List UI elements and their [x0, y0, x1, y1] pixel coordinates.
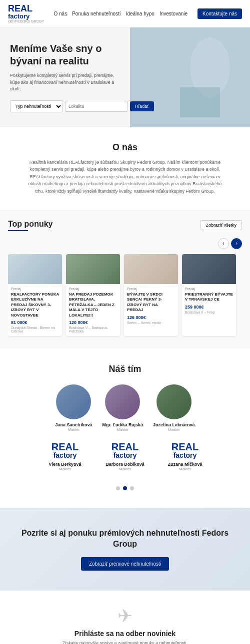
listing-price-3: 126 000€	[127, 315, 175, 320]
logo-member-2: REAL factory Barbora Dobiková Maklér	[98, 442, 152, 471]
hero-content: Meníme Vaše sny o bývaní na realitu Posk…	[0, 27, 130, 122]
member-role-3: Maklér	[153, 427, 195, 432]
logo-member-name-1: Viera Berkyová	[38, 462, 92, 467]
team-grid-row1: Jana Sanetríková Maklér Mgr. Ľudika Rajs…	[10, 384, 240, 432]
logo-member-name-3: Zuzana Mičková	[158, 462, 212, 467]
listing-image-3	[124, 254, 178, 284]
logo-sub: člen FEDORS GROUP	[8, 19, 44, 23]
logo-member-name-2: Barbora Dobiková	[98, 462, 152, 467]
member-name-3: Jozefína Laknárová	[153, 422, 195, 427]
listing-image-4	[182, 254, 236, 284]
hero-search-bar: Typ nehnuteľnosti Hľadať	[10, 100, 120, 112]
dot-2[interactable]	[123, 486, 127, 490]
logo-box-3: REAL factory	[172, 442, 198, 459]
avatar-img-1	[56, 384, 91, 419]
member-role-1: Maklér	[55, 427, 92, 432]
nav-invest[interactable]: Investovanie	[160, 11, 188, 16]
logo-factory: factory	[8, 13, 44, 19]
avatar-1	[56, 384, 91, 419]
listing-card-2[interactable]: Predaj NA PREDAJ POZEMOK BRATISLAVA, PET…	[66, 254, 120, 336]
listing-body-1: Predaj REALFACTORY PONÚKA EXKLUZÍVNE NA …	[8, 284, 62, 336]
listing-tag-4: Predaj	[185, 287, 233, 291]
logo: REAL factory člen FEDORS GROUP	[8, 4, 44, 23]
avatar-img-2	[105, 384, 140, 419]
logo-box-1: REAL factory	[52, 442, 78, 459]
carousel-dots	[10, 481, 240, 493]
logo-real-2: REAL	[112, 442, 138, 452]
logo-member-role-2: Maklér	[98, 467, 152, 471]
next-arrow[interactable]: ›	[231, 238, 242, 249]
team-section: Náš tím Jana Sanetríková Maklér Mgr. Ľud…	[0, 349, 250, 508]
team-member-1: Jana Sanetríková Maklér	[55, 384, 92, 432]
nav-hypo[interactable]: Ideálna hypo	[126, 11, 154, 16]
listing-location-2: Bratislava V – Bratislava-Petržalka	[69, 326, 117, 333]
nav-links: O nás Ponuka nehnuteľností Ideálna hypo …	[54, 8, 242, 19]
avatar-2	[105, 384, 140, 419]
newsletter-plane-icon: ✈	[10, 606, 240, 627]
logo-member-role-1: Maklér	[38, 467, 92, 471]
listing-card-3[interactable]: Predaj BÝVAJTE V SRDCI SENCA! PEKNÝ 3-IZ…	[124, 254, 178, 336]
property-type-select[interactable]: Typ nehnuteľnosti	[10, 100, 63, 112]
listing-body-4: Predaj PRIESTRANNÝ BÝVAJTE V TRNAVSKEJ C…	[182, 284, 236, 317]
logo-member-role-3: Maklér	[158, 467, 212, 471]
navbar: REAL factory člen FEDORS GROUP O nás Pon…	[0, 0, 250, 27]
newsletter-section: ✈ Prihláste sa na odber noviniek Získajt…	[0, 591, 250, 644]
newsletter-title: Prihláste sa na odber noviniek	[10, 630, 240, 638]
avatar-img-3	[156, 384, 192, 419]
search-button[interactable]: Hľadať	[130, 101, 154, 111]
listings-carousel: Predaj REALFACTORY PONÚKA EXKLUZÍVNE NA …	[8, 254, 242, 339]
logo-factory-3: factory	[172, 452, 198, 459]
dot-1[interactable]	[116, 486, 120, 490]
listing-tag-1: Predaj	[11, 287, 59, 291]
about-title: O nás	[10, 142, 240, 153]
hero-section: Meníme Vaše sny o bývaní na realitu Posk…	[0, 27, 250, 127]
nav-ponuka[interactable]: Ponuka nehnuteľností	[72, 11, 120, 16]
listing-tag-3: Predaj	[127, 287, 175, 291]
listing-title-4: PRIESTRANNÝ BÝVAJTE V TRNAVSKEJ CE	[185, 292, 233, 303]
listing-body-3: Predaj BÝVAJTE V SRDCI SENCA! PEKNÝ 3-IZ…	[124, 284, 178, 327]
logo-box-2: REAL factory	[112, 442, 138, 459]
hero-title: Meníme Vaše sny o bývaní na realitu	[10, 42, 120, 67]
member-name-2: Mgr. Ľudika Rajská	[102, 422, 143, 427]
newsletter-description: Získajte najnovšie správy a zaujímavé po…	[10, 641, 240, 644]
logo-member-3: REAL factory Zuzana Mičková Maklér	[158, 442, 212, 471]
listing-title-2: NA PREDAJ POZEMOK BRATISLAVA, PETRŽALKA …	[69, 292, 117, 318]
logo-factory-2: factory	[112, 452, 138, 459]
listing-title-3: BÝVAJTE V SRDCI SENCA! PEKNÝ 3-IZBOVÝ BY…	[127, 292, 175, 313]
listing-card-4[interactable]: Predaj PRIESTRANNÝ BÝVAJTE V TRNAVSKEJ C…	[182, 254, 236, 336]
logo-real-1: REAL	[52, 442, 78, 452]
carousel-arrows: ‹ ›	[8, 238, 242, 249]
logo-member-1: REAL factory Viera Berkyová Maklér	[38, 442, 92, 471]
listing-location-3: Senec – Senec mesto	[127, 321, 175, 324]
hero-image-overlay	[130, 27, 250, 127]
listing-card-1[interactable]: Predaj REALFACTORY PONÚKA EXKLUZÍVNE NA …	[8, 254, 62, 336]
hero-description: Poskytujeme kompletný servis pri predaji…	[10, 72, 120, 93]
top-listings-header: Top ponuky Zobraziť všetky	[8, 220, 242, 231]
about-section: O nás Realitná kancelária REALfactory je…	[0, 127, 250, 210]
see-all-button[interactable]: Zobraziť všetky	[200, 220, 242, 230]
listing-location-1: Dunajská Streda - Blerne na Ostrove	[11, 326, 59, 333]
dot-3[interactable]	[130, 486, 134, 490]
member-role-2: Maklér	[102, 427, 143, 432]
team-member-2: Mgr. Ľudika Rajská Maklér	[102, 384, 143, 432]
top-listings-section: Top ponuky Zobraziť všetky ‹ › Predaj RE…	[0, 210, 250, 349]
premium-title: Pozrite si aj ponuku prémiových nehnuteľ…	[10, 528, 240, 550]
listing-price-1: 81 000€	[11, 320, 59, 325]
team-logo-row: REAL factory Viera Berkyová Maklér REAL …	[10, 442, 240, 471]
logo-factory-1: factory	[52, 452, 78, 459]
team-title: Náš tím	[10, 364, 240, 374]
logo-real: REAL	[8, 4, 44, 13]
avatar-3	[156, 384, 192, 419]
prev-arrow[interactable]: ‹	[218, 238, 229, 249]
team-member-3: Jozefína Laknárová Maklér	[153, 384, 195, 432]
nav-cta-button[interactable]: Kontaktujte nás	[198, 8, 242, 19]
member-name-1: Jana Sanetríková	[55, 422, 92, 427]
premium-button[interactable]: Zobraziť prémiové nehnuteľnosti	[81, 557, 169, 571]
premium-section: Pozrite si aj ponuku prémiových nehnuteľ…	[0, 508, 250, 591]
logo-real-3: REAL	[172, 442, 198, 452]
listing-title-1: REALFACTORY PONÚKA EXKLUZÍVNE NA PREDAJ …	[11, 292, 59, 318]
location-input[interactable]	[65, 101, 128, 112]
nav-o-nas[interactable]: O nás	[54, 11, 68, 16]
listing-price-4: 259 000€	[185, 305, 233, 310]
listing-location-4: Bratislava II – Nrap	[185, 311, 233, 314]
